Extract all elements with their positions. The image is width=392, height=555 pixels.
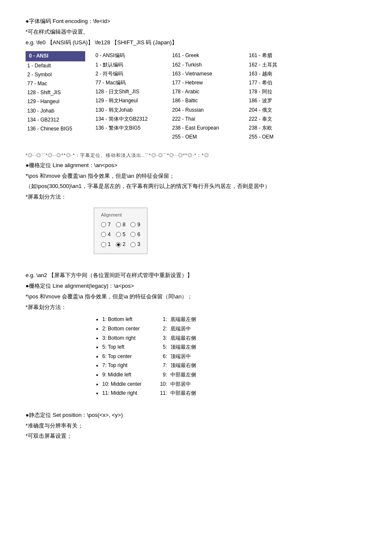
line-alignment-note2: （如\pos(300,500)\an1，字幕是居左的，在字幕有两行以上的情况下每… bbox=[26, 182, 366, 191]
font-encoding-example: e.g. \fe0 【ANSI码 (USA)】 \fe128 【SHIFT_JI… bbox=[26, 38, 366, 47]
encoding-item: 162 - 土耳其 bbox=[247, 61, 290, 69]
encoding-item: 255 - OEM bbox=[170, 133, 239, 142]
encoding-item: 204 - Russian bbox=[170, 106, 239, 115]
pos-row: 11:中部最右侧 bbox=[159, 389, 196, 398]
encoding-item: 130 - 韩文Johab bbox=[94, 106, 162, 115]
encoding-item: 77 - Mac编码 bbox=[94, 78, 162, 87]
pos-label: 中部最左侧 bbox=[170, 370, 196, 380]
alignment-box-title: Alignment bbox=[101, 211, 140, 219]
pos-item: 2: Bottom center bbox=[102, 324, 141, 334]
position-list-right: 1:底端最左侧 2:底端居中 3:底端最右侧 5:顶端最左侧 6:顶端居中 7:… bbox=[159, 315, 196, 398]
encoding-item: 161 - 希腊 bbox=[247, 51, 290, 60]
encoding-item: 1 - Default bbox=[26, 61, 85, 70]
legacy-example: e.g. \an2 【屏幕下方中间（各位置间距可在样式管理中重新设置）】 bbox=[26, 271, 366, 280]
radio-2[interactable]: 2 bbox=[116, 240, 126, 249]
pos-num: 6: bbox=[159, 352, 167, 361]
legacy-note1: *\pos 和\move 会覆盖\a 指令效果，但是\a 的特征会保留（同\an… bbox=[26, 292, 366, 301]
pos-label: 顶端居中 bbox=[170, 352, 191, 361]
pos-row: 10:中部居中 bbox=[159, 380, 196, 389]
pos-item: 3: Bottom right bbox=[102, 334, 141, 343]
encoding-item: 129 - 韩文Hangeul bbox=[94, 96, 162, 105]
radio-circle-6 bbox=[130, 232, 135, 237]
radio-8[interactable]: 8 bbox=[116, 221, 126, 229]
legacy-title: ●栅格定位 Line alignment(legacy)：\a<pos> bbox=[26, 282, 366, 291]
encoding-item: 222 - 泰文 bbox=[247, 115, 290, 124]
encoding-item: 130 - Johab bbox=[26, 107, 85, 116]
radio-6[interactable]: 6 bbox=[130, 231, 140, 239]
alignment-row-middle: 4 5 6 bbox=[101, 231, 140, 239]
radio-9[interactable]: 9 bbox=[130, 221, 140, 229]
encoding-item: 238 - East European bbox=[170, 124, 239, 133]
radio-4[interactable]: 4 bbox=[101, 231, 111, 239]
radio-7[interactable]: 7 bbox=[101, 221, 111, 229]
pos-num: 11: bbox=[159, 389, 167, 398]
font-encoding-section: ●字体编码 Font encoding：\fe<id> *可在样式编辑器中设置。… bbox=[26, 17, 366, 142]
encoding-item: 186 - Baltic bbox=[170, 96, 239, 105]
position-list-left: 1: Bottom left 2: Bottom center 3: Botto… bbox=[94, 315, 141, 398]
pos-label: 中部最右侧 bbox=[170, 389, 196, 398]
encoding-item: 177 - 希伯 bbox=[247, 78, 290, 87]
encoding-item: 1 - 默认编码 bbox=[94, 61, 162, 69]
radio-circle-5 bbox=[116, 232, 121, 237]
radio-circle-1 bbox=[101, 242, 106, 247]
pos-item: 6: Top center bbox=[102, 352, 141, 361]
line-alignment-note1: *\pos 和\move 会覆盖\an 指令效果，但是\an 的特征会保留； bbox=[26, 172, 366, 181]
pos-label: 中部居中 bbox=[170, 380, 191, 389]
pos-item: 11: Middle right bbox=[102, 389, 141, 398]
pos-label: 底端最右侧 bbox=[170, 334, 196, 343]
line-alignment-section: *◎··◎¨¨*◎··◎**◎·*：字幕定位、移动和淡入淡出..¨¨*◎·◎¨¨… bbox=[26, 152, 366, 258]
pos-num: 10: bbox=[159, 380, 167, 389]
pos-num: 7: bbox=[159, 361, 167, 370]
radio-label-1: 1 bbox=[108, 240, 111, 249]
encoding-item: 204 - 俄文 bbox=[247, 106, 290, 115]
radio-circle-2 bbox=[116, 242, 121, 247]
pos-row: 5:顶端最左侧 bbox=[159, 343, 196, 352]
legacy-screen-division: *屏幕划分方法： bbox=[26, 303, 366, 312]
radio-label-5: 5 bbox=[123, 231, 126, 239]
encoding-item: 129 - Hangeul bbox=[26, 97, 85, 106]
encoding-item: 163 - Vietnamese bbox=[170, 69, 239, 78]
pos-label: 顶端最左侧 bbox=[170, 343, 196, 352]
encoding-col4: 161 - 希腊 162 - 土耳其 163 - 越南 177 - 希伯 178… bbox=[247, 51, 290, 142]
static-position-note1: *准确度与分辨率有关； bbox=[26, 422, 366, 431]
encoding-item: 134 - GB2312 bbox=[26, 116, 85, 124]
pos-item: 9: Middle left bbox=[102, 370, 141, 380]
encoding-item: 178 - 阿拉 bbox=[247, 87, 290, 96]
font-encoding-title: ●字体编码 Font encoding：\fe<id> bbox=[26, 17, 366, 26]
radio-3[interactable]: 3 bbox=[130, 240, 140, 249]
pos-label: 底端最左侧 bbox=[170, 315, 196, 324]
alignment-row-top: 7 8 9 bbox=[101, 221, 140, 229]
alignment-diagram: Alignment 7 8 9 4 5 bbox=[94, 208, 147, 254]
encoding-table: 0 - ANSI 1 - Default 2 - Symbol 77 - Mac… bbox=[26, 51, 366, 142]
radio-circle-7 bbox=[101, 222, 106, 227]
encoding-col2: 0 - ANSI编码 1 - 默认编码 2 - 符号编码 77 - Mac编码 … bbox=[94, 51, 162, 142]
encoding-item: 0 - ANSI编码 bbox=[94, 51, 162, 60]
pos-row: 3:底端最右侧 bbox=[159, 334, 196, 343]
font-encoding-note: *可在样式编辑器中设置。 bbox=[26, 28, 366, 37]
static-position-note2: *可双击屏幕设置； bbox=[26, 432, 366, 441]
radio-label-2: 2 bbox=[123, 240, 126, 249]
encoding-item: 186 - 波罗 bbox=[247, 96, 290, 105]
pos-item: 5: Top left bbox=[102, 343, 141, 352]
encoding-col1-header: 0 - ANSI bbox=[26, 51, 85, 61]
pos-num: 2: bbox=[159, 324, 167, 334]
radio-label-7: 7 bbox=[108, 221, 111, 229]
radio-label-4: 4 bbox=[108, 231, 111, 239]
pos-item: 10: Middle center bbox=[102, 380, 141, 389]
static-position-title: ●静态定位 Set position：\pos(<x>, <y>) bbox=[26, 411, 366, 420]
screen-division-label: *屏幕划分方法： bbox=[26, 193, 366, 202]
radio-5[interactable]: 5 bbox=[116, 231, 126, 239]
line-alignment-title: ●栅格定位 Line alignment：\an<pos> bbox=[26, 161, 366, 170]
pos-label: 底端居中 bbox=[170, 324, 191, 334]
pos-num: 5: bbox=[159, 343, 167, 352]
encoding-item: 128 - Shift_JIS bbox=[26, 88, 85, 97]
pos-row: 2:底端居中 bbox=[159, 324, 196, 334]
encoding-item: 255 - OEM bbox=[247, 133, 290, 142]
encoding-item: 163 - 越南 bbox=[247, 69, 290, 78]
pos-label: 顶端最右侧 bbox=[170, 361, 196, 370]
encoding-item: 134 - 简体中文GB2312 bbox=[94, 115, 162, 124]
pos-item: 7: Top right bbox=[102, 361, 141, 370]
symbols-decoration: *◎··◎¨¨*◎··◎**◎·*：字幕定位、移动和淡入淡出..¨¨*◎·◎¨¨… bbox=[26, 152, 366, 159]
pos-num: 1: bbox=[159, 315, 167, 324]
radio-1[interactable]: 1 bbox=[101, 240, 111, 249]
